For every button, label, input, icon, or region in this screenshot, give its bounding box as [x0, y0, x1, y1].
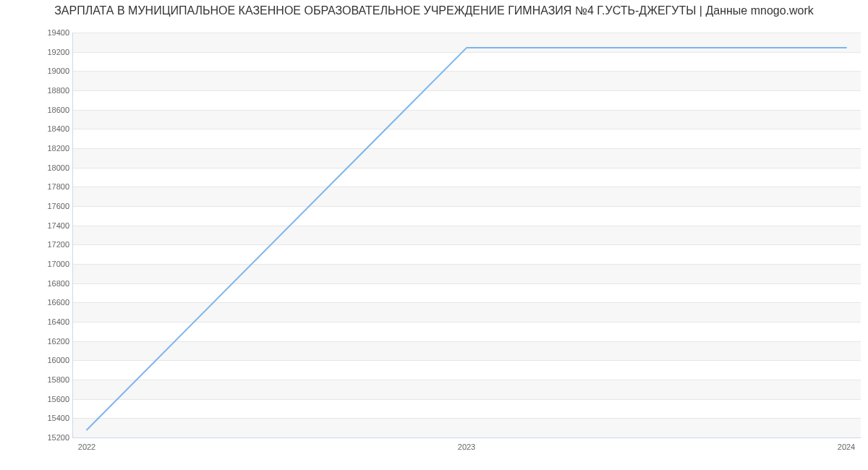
y-tick: 18400 [4, 124, 69, 133]
y-tick: 17000 [4, 260, 69, 268]
y-tick: 16800 [4, 279, 69, 288]
y-tick: 18600 [4, 106, 69, 114]
y-tick: 18800 [4, 86, 69, 95]
plot-area [72, 33, 861, 437]
y-tick: 17800 [4, 182, 69, 191]
y-tick: 16200 [4, 337, 69, 346]
y-tick: 19200 [4, 48, 69, 56]
y-tick: 16000 [4, 356, 69, 364]
x-tick: 2023 [458, 443, 475, 451]
x-tick: 2024 [838, 443, 855, 451]
y-tick: 17600 [4, 202, 69, 210]
line-series [72, 33, 861, 437]
x-axis-line [72, 437, 861, 438]
y-tick: 16600 [4, 298, 69, 307]
y-tick: 15600 [4, 395, 69, 403]
y-tick: 17400 [4, 221, 69, 230]
y-tick: 19400 [4, 28, 69, 37]
x-tick: 2022 [78, 443, 95, 451]
chart-title: ЗАРПЛАТА В МУНИЦИПАЛЬНОЕ КАЗЕННОЕ ОБРАЗО… [0, 4, 868, 17]
y-tick: 18000 [4, 163, 69, 172]
y-tick: 17200 [4, 240, 69, 249]
y-tick: 15400 [4, 414, 69, 422]
y-tick: 16400 [4, 317, 69, 326]
y-tick: 15800 [4, 375, 69, 384]
y-tick: 19000 [4, 67, 69, 75]
y-tick: 18200 [4, 144, 69, 153]
y-tick: 15200 [4, 433, 69, 442]
